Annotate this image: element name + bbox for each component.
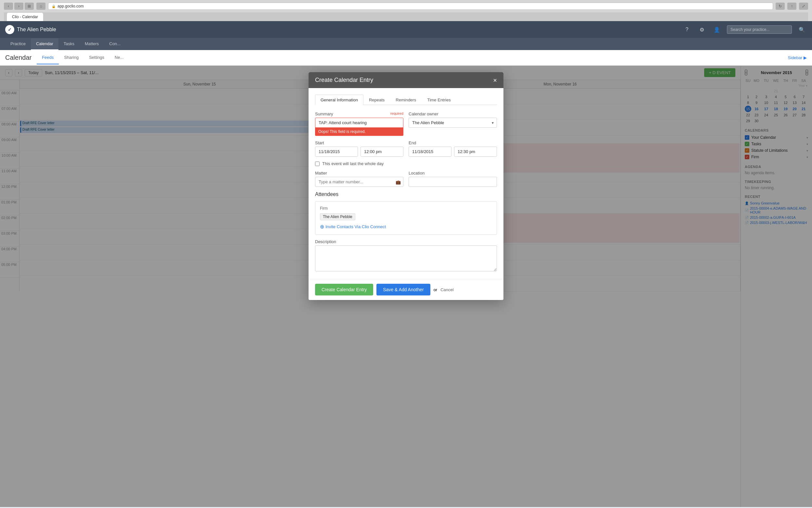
nav-tab-calendar[interactable]: Calendar: [31, 38, 58, 50]
invite-link[interactable]: ⊕ Invite Contacts Via Clio Connect: [320, 224, 492, 230]
end-label: End: [409, 140, 497, 145]
plus-circle-icon: ⊕: [320, 224, 324, 230]
app-logo: ✓ The Alien Pebble: [5, 25, 56, 34]
matter-location-row: Matter 💼 Location: [315, 171, 497, 187]
back-button[interactable]: ‹: [4, 3, 13, 10]
sub-nav: Calendar Feeds Sharing Settings Ne... Si…: [0, 50, 812, 66]
briefcase-icon: 💼: [396, 179, 401, 184]
invite-link-text: Invite Contacts Via Clio Connect: [326, 224, 386, 229]
nav-tab-contacts[interactable]: Con...: [104, 38, 126, 50]
firm-label: Firm: [320, 206, 492, 211]
description-textarea[interactable]: [315, 245, 497, 271]
settings-icon[interactable]: ⚙: [697, 25, 707, 35]
modal-overlay: Create Calendar Entry × General Informat…: [0, 66, 812, 507]
matter-label: Matter: [315, 171, 403, 175]
help-icon[interactable]: ?: [682, 25, 692, 35]
calendar-owner-select[interactable]: The Alien Pebble: [409, 118, 497, 128]
start-label: Start: [315, 140, 403, 145]
tab-reminders[interactable]: Reminders: [390, 95, 422, 105]
description-group: Description: [315, 239, 497, 272]
modal-body: General Information Repeats Reminders Ti…: [308, 88, 504, 279]
tab-time-entries[interactable]: Time Entries: [422, 95, 456, 105]
modal-header: Create Calendar Entry ×: [308, 72, 504, 88]
modal-title: Create Calendar Entry: [315, 77, 373, 84]
start-time-input[interactable]: [361, 146, 403, 157]
url-text: app.goclio.com: [57, 4, 84, 8]
matter-input-wrapper: 💼: [315, 177, 403, 187]
user-avatar[interactable]: 👤: [712, 25, 722, 35]
sub-nav-title: Calendar: [5, 50, 37, 65]
create-calendar-entry-modal: Create Calendar Entry × General Informat…: [308, 72, 504, 300]
save-add-another-button[interactable]: Save & Add Another: [376, 284, 430, 295]
location-group: Location: [409, 171, 497, 187]
attendees-title: Attendees: [315, 192, 497, 197]
summary-input[interactable]: [315, 118, 403, 128]
sidebar-toggle[interactable]: Sidebar ▶: [788, 55, 807, 60]
summary-label: Summary required: [315, 112, 403, 116]
sub-nav-new[interactable]: Ne...: [109, 51, 129, 65]
browser-tab[interactable]: Clio - Calendar: [6, 12, 44, 21]
whole-day-label: This event will last the whole day: [322, 161, 384, 166]
modal-tabs: General Information Repeats Reminders Ti…: [315, 95, 497, 105]
create-calendar-entry-button[interactable]: Create Calendar Entry: [315, 284, 373, 295]
modal-close-button[interactable]: ×: [493, 77, 497, 84]
required-badge: required: [390, 112, 403, 115]
nav-tab-tasks[interactable]: Tasks: [58, 38, 80, 50]
sub-nav-feeds[interactable]: Feeds: [37, 51, 59, 65]
logo-checkmark: ✓: [8, 27, 12, 32]
location-label: Location: [409, 171, 497, 175]
nav-tab-practice[interactable]: Practice: [5, 38, 31, 50]
refresh-button[interactable]: ↻: [776, 3, 785, 10]
whole-day-row: This event will last the whole day: [315, 161, 497, 166]
start-date-input[interactable]: [315, 146, 358, 157]
fullscreen-button[interactable]: ⤢: [799, 3, 808, 10]
sub-nav-sharing[interactable]: Sharing: [59, 51, 84, 65]
modal-footer: Create Calendar Entry Save & Add Another…: [308, 279, 504, 300]
forward-button[interactable]: ›: [14, 3, 23, 10]
end-group: End: [409, 140, 497, 157]
logo-circle: ✓: [5, 25, 14, 34]
attendee-name: The Alien Pebble: [323, 214, 352, 219]
reader-button[interactable]: ⊞: [25, 3, 34, 10]
lock-icon: 🔒: [52, 5, 55, 8]
nav-tab-matters[interactable]: Matters: [80, 38, 104, 50]
calendar-owner-select-wrapper: The Alien Pebble: [409, 118, 497, 128]
summary-row: Summary required Oops! This field is req…: [315, 112, 497, 136]
calendar-owner-group: Calendar owner The Alien Pebble: [409, 112, 497, 136]
end-time-input[interactable]: [454, 146, 497, 157]
attendees-tags-area: The Alien Pebble: [320, 213, 492, 220]
description-label: Description: [315, 239, 497, 244]
share-button[interactable]: ↑: [787, 3, 797, 10]
cancel-button[interactable]: Cancel: [440, 287, 453, 292]
sub-nav-settings[interactable]: Settings: [84, 51, 109, 65]
matter-group: Matter 💼: [315, 171, 403, 187]
nav-tabs: Practice Calendar Tasks Matters Con...: [0, 38, 812, 50]
tab-general-information[interactable]: General Information: [315, 95, 364, 105]
global-search-input[interactable]: [727, 25, 792, 34]
url-bar: 🔒 app.goclio.com: [48, 3, 773, 10]
matter-input[interactable]: [315, 177, 403, 187]
tab-repeats[interactable]: Repeats: [364, 95, 390, 105]
whole-day-checkbox[interactable]: [315, 162, 320, 166]
firm-name: The Alien Pebble: [17, 27, 56, 33]
end-date-input[interactable]: [409, 146, 451, 157]
search-icon[interactable]: 🔍: [797, 25, 807, 35]
attendees-box: Firm The Alien Pebble ⊕ Invite Contacts …: [315, 201, 497, 235]
start-group: Start: [315, 140, 403, 157]
or-text: or: [434, 287, 437, 292]
attendee-tag: The Alien Pebble: [320, 213, 355, 220]
location-input[interactable]: [409, 177, 497, 187]
start-end-row: Start End: [315, 140, 497, 157]
summary-group: Summary required Oops! This field is req…: [315, 112, 403, 136]
summary-error-message: Oops! This field is required.: [315, 127, 403, 136]
calendar-owner-label: Calendar owner: [409, 112, 497, 116]
home-button[interactable]: ⌂: [36, 3, 45, 10]
